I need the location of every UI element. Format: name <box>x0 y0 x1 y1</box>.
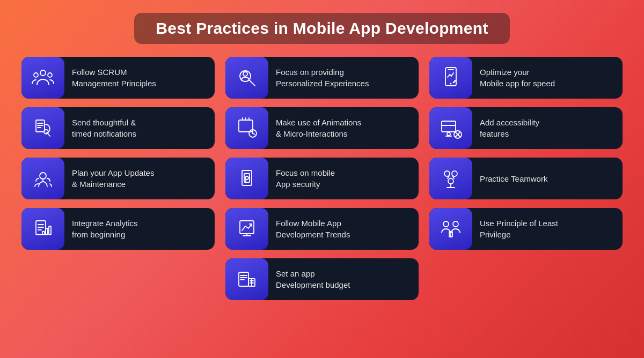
accessibility-icon <box>429 107 472 149</box>
analytics-icon <box>21 208 64 250</box>
svg-point-5 <box>243 72 247 76</box>
accessibility-label: Add accessibilityfeatures <box>472 110 548 146</box>
teamwork-label: Practice Teamwork <box>472 167 556 191</box>
svg-point-2 <box>48 73 52 77</box>
svg-point-30 <box>40 173 46 179</box>
scrum-icon <box>21 57 64 99</box>
svg-rect-55 <box>239 272 248 286</box>
svg-line-14 <box>48 133 50 136</box>
budget-icon <box>225 258 268 300</box>
title-wrapper: Best Practices in Mobile App Development <box>134 13 509 44</box>
least-privilege-icon <box>429 208 472 250</box>
card-security: Focus on mobileApp security <box>225 158 419 199</box>
svg-line-21 <box>253 133 255 135</box>
card-optimize-speed: Optimize yourMobile app for speed <box>429 57 623 99</box>
svg-point-51 <box>443 221 449 227</box>
card-personalized: Focus on providingPersonalized Experienc… <box>225 57 419 99</box>
card-accessibility: Add accessibilityfeatures <box>429 107 623 149</box>
svg-rect-9 <box>36 120 45 132</box>
svg-rect-31 <box>242 170 252 185</box>
analytics-label: Integrate Analyticsfrom beginning <box>64 211 147 247</box>
optimize-speed-label: Optimize yourMobile app for speed <box>472 60 564 95</box>
svg-point-1 <box>34 73 38 77</box>
notifications-label: Send thoughtful &timed notifications <box>64 110 145 146</box>
card-least-privilege: Use Principle of LeastPrivilege <box>429 208 623 250</box>
scrum-label: Follow SCRUMManagement Principles <box>64 60 165 95</box>
svg-point-0 <box>40 70 46 76</box>
optimize-speed-icon <box>429 57 472 99</box>
card-notifications: Send thoughtful &timed notifications <box>21 107 215 149</box>
trends-label: Follow Mobile AppDevelopment Trends <box>268 211 358 247</box>
card-analytics: Integrate Analyticsfrom beginning <box>21 208 215 250</box>
security-icon <box>225 158 268 199</box>
svg-point-52 <box>453 221 458 227</box>
card-trends: Follow Mobile AppDevelopment Trends <box>225 208 419 250</box>
personalized-icon <box>225 57 268 99</box>
teamwork-icon <box>429 158 472 199</box>
card-maintenance: Plan your App Updates& Maintenance <box>21 158 215 199</box>
maintenance-label: Plan your App Updates& Maintenance <box>64 161 163 196</box>
svg-rect-46 <box>49 226 51 235</box>
svg-rect-45 <box>46 228 48 235</box>
svg-rect-47 <box>42 232 45 235</box>
notifications-icon <box>21 107 64 149</box>
security-label: Focus on mobileApp security <box>268 161 343 196</box>
svg-point-8 <box>450 83 452 85</box>
svg-point-28 <box>447 132 450 136</box>
svg-point-33 <box>245 176 248 180</box>
card-animations: Make use of Animations& Micro-Interactio… <box>225 107 419 149</box>
maintenance-icon <box>21 158 64 199</box>
cards-grid: Follow SCRUMManagement Principles Focus … <box>21 57 623 300</box>
page-title: Best Practices in Mobile App Development <box>156 19 488 38</box>
card-budget: Set an appDevelopment budget <box>225 258 419 300</box>
animations-icon <box>225 107 268 149</box>
svg-line-4 <box>249 80 255 86</box>
card-teamwork: Practice Teamwork <box>429 158 623 199</box>
trends-icon <box>225 208 268 250</box>
svg-rect-22 <box>442 121 456 132</box>
svg-point-36 <box>448 178 453 184</box>
animations-label: Make use of Animations& Micro-Interactio… <box>268 110 370 146</box>
card-scrum: Follow SCRUMManagement Principles <box>21 57 215 99</box>
budget-label: Set an appDevelopment budget <box>268 262 358 297</box>
least-privilege-label: Use Principle of LeastPrivilege <box>472 211 567 247</box>
personalized-label: Focus on providingPersonalized Experienc… <box>268 60 377 95</box>
